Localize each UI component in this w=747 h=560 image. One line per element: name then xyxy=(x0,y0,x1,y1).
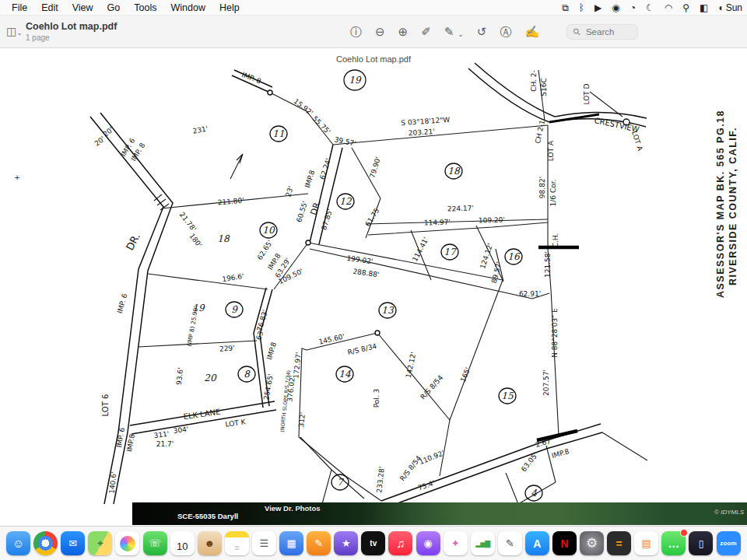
dock-netflix[interactable]: N xyxy=(552,531,577,555)
dock-mail[interactable]: ✉ xyxy=(61,531,85,555)
annotate-icon[interactable]: Ⓐ xyxy=(500,26,511,37)
bluetooth-icon[interactable]: ᛒ xyxy=(579,2,584,13)
highlighter-icon[interactable]: ✎ xyxy=(444,26,454,37)
dock-calendar[interactable]: 10 xyxy=(170,531,195,555)
wifi-icon[interactable]: ◠ xyxy=(665,2,672,13)
dock-maps[interactable]: ⌖ xyxy=(88,531,112,555)
menubar-status: ⧉ᛒ▶◉◔☾◠⚲◧◐ xyxy=(562,2,724,13)
dock-messages[interactable]: … xyxy=(661,531,686,555)
zoom-in-icon[interactable]: ⊕ xyxy=(398,26,409,37)
record-icon[interactable]: ◉ xyxy=(612,2,619,13)
signature-icon[interactable]: ✍ xyxy=(524,26,539,37)
sidebar-icon: ◫ xyxy=(6,25,16,37)
pdf-header-title: Coehlo Lot map.pdf xyxy=(0,54,747,64)
calendar-day: 10 xyxy=(177,541,188,551)
window-title: Coehlo Lot map.pdf xyxy=(26,21,117,32)
dock-podcasts[interactable]: ◉ xyxy=(416,531,440,555)
sidebar-toggle-icon[interactable]: ◫⌄ xyxy=(6,25,23,37)
listing-label: SCE-55035 Daryll xyxy=(177,512,238,520)
toolbar-icons: ⓘ⊖⊕✐✎⌄↺Ⓐ✍ ⚲ xyxy=(350,16,638,47)
dock-finder[interactable]: ☺ xyxy=(6,531,30,555)
dock-notes[interactable]: ≡ xyxy=(225,531,249,555)
dock-tv[interactable]: tv xyxy=(361,531,385,555)
search-input[interactable] xyxy=(584,26,631,37)
search-field[interactable]: ⚲ xyxy=(566,24,638,40)
preview-toolbar: ◫⌄ Coehlo Lot map.pdf 1 page ⓘ⊖⊕✐✎⌄↺Ⓐ✍ ⚲ xyxy=(0,16,747,48)
dock-iphone-mirroring[interactable]: ▯ xyxy=(689,531,713,555)
spotlight-search-icon[interactable]: ⚲ xyxy=(682,2,689,13)
dock-freeform[interactable]: ✦ xyxy=(444,531,468,555)
view-dr-photos-link[interactable]: View Dr. Photos xyxy=(265,504,321,513)
menubar-item-view[interactable]: View xyxy=(72,2,93,13)
dock-photos[interactable] xyxy=(115,531,139,555)
siri-icon[interactable]: ◐ xyxy=(718,2,724,13)
menubar-item-tools[interactable]: Tools xyxy=(134,2,156,13)
page-count: 1 page xyxy=(26,33,50,42)
rotate-left-icon[interactable]: ↺ xyxy=(477,26,487,37)
dock-chrome[interactable] xyxy=(33,531,58,555)
menubar: FileEditViewGoToolsWindowHelp ⧉ᛒ▶◉◔☾◠⚲◧◐… xyxy=(0,0,747,16)
zoom-label: zoom xyxy=(720,540,737,547)
dock-music[interactable]: ♫ xyxy=(388,531,412,555)
notification-badge xyxy=(680,529,688,537)
dock-numbers[interactable]: ▂▅▇ xyxy=(471,531,495,555)
dock-reminders[interactable]: ☰ xyxy=(252,531,276,555)
dock-system-settings[interactable]: ⚙ xyxy=(580,531,604,555)
menubar-item-edit[interactable]: Edit xyxy=(41,2,58,13)
chevron-down-icon[interactable]: ⌄ xyxy=(458,31,464,38)
dock-calculator[interactable]: = xyxy=(607,531,631,555)
dock-zoom[interactable]: zoom xyxy=(717,531,741,555)
chevron-down-icon: ⌄ xyxy=(16,29,23,37)
menubar-item-help[interactable]: Help xyxy=(219,2,240,13)
dock-imovie[interactable]: ★ xyxy=(334,531,358,555)
dock: ☺✉⌖☏10☻≡☰▦✎★tv♫◉✦▂▅▇✎AN⚙=▤…▯zoom xyxy=(0,526,747,560)
photo-strip: SCE-55035 Daryll View Dr. Photos © IDYML… xyxy=(132,502,747,525)
dock-textedit[interactable]: ✎ xyxy=(498,531,522,555)
menubar-item-go[interactable]: Go xyxy=(107,2,121,13)
dock-books[interactable]: ▤ xyxy=(634,531,658,555)
dock-contacts[interactable]: ☻ xyxy=(198,531,222,555)
displays-icon[interactable]: ⧉ xyxy=(562,2,569,13)
menubar-items: FileEditViewGoToolsWindowHelp xyxy=(5,2,247,13)
menubar-item-file[interactable]: File xyxy=(12,2,27,13)
dock-facetime[interactable]: ☏ xyxy=(143,531,167,555)
search-icon: ⚲ xyxy=(570,25,583,37)
photo-credit: © IDYMLS xyxy=(714,509,744,516)
moon-icon[interactable]: ☾ xyxy=(646,2,654,13)
dock-launchpad[interactable]: ▦ xyxy=(279,531,303,555)
play-icon[interactable]: ▶ xyxy=(594,2,601,13)
pdf-page xyxy=(0,48,747,502)
zoom-out-icon[interactable]: ⊖ xyxy=(375,26,385,37)
menubar-clock[interactable]: Sun xyxy=(726,2,742,13)
markup-pen-icon[interactable]: ✐ xyxy=(421,26,431,37)
dock-app-store[interactable]: A xyxy=(525,531,549,555)
dock-pages[interactable]: ✎ xyxy=(307,531,331,555)
user-icon[interactable]: ◔ xyxy=(630,2,636,13)
menubar-item-window[interactable]: Window xyxy=(170,2,205,13)
control-center-icon[interactable]: ◧ xyxy=(700,2,708,13)
info-icon[interactable]: ⓘ xyxy=(350,26,362,37)
